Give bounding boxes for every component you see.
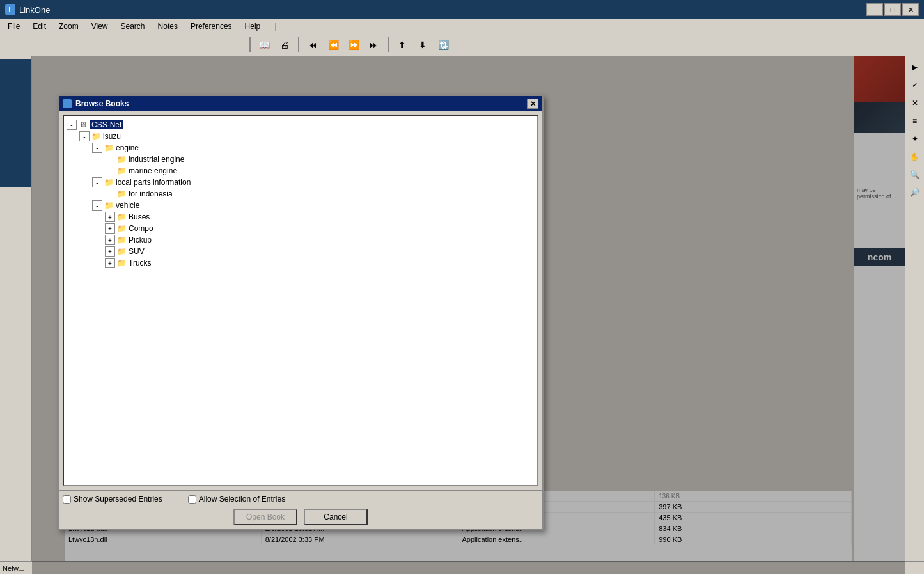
- suv-icon: 📁: [116, 247, 127, 256]
- toolbar-first-btn[interactable]: ⏮: [303, 36, 322, 54]
- suv-expander[interactable]: +: [105, 246, 115, 257]
- tree-node-local-parts[interactable]: - 📁 local parts information: [67, 177, 535, 188]
- tree-node-suv[interactable]: + 📁 SUV: [67, 246, 535, 257]
- trucks-label: Trucks: [129, 259, 152, 267]
- menu-view[interactable]: View: [86, 20, 113, 32]
- toolbar-sep-1: [249, 37, 251, 52]
- dialog-close-btn[interactable]: ✕: [527, 99, 538, 109]
- cancel-button[interactable]: Cancel: [304, 509, 368, 525]
- toolbar-up-btn[interactable]: ⬆: [393, 36, 412, 54]
- dialog-checkboxes: Show Superseded Entries Allow Selection …: [63, 495, 538, 504]
- trucks-icon: 📁: [116, 259, 127, 267]
- cssnet-label: CSS-Net: [90, 120, 123, 129]
- indonesia-expander: [105, 189, 115, 199]
- tree-node-indonesia[interactable]: 📁 for indonesia: [67, 188, 535, 200]
- toolbar-next-btn[interactable]: ⏩: [344, 36, 363, 54]
- dialog-body: - 🖥 CSS-Net - 📁 isuzu -: [59, 111, 542, 490]
- tree-node-buses[interactable]: + 📁 Buses: [67, 211, 535, 223]
- maximize-btn[interactable]: □: [884, 3, 901, 16]
- title-bar: L LinkOne ─ □ ✕: [0, 0, 924, 19]
- right-list-btn[interactable]: ≡: [907, 113, 923, 129]
- dialog-icon: [63, 99, 72, 108]
- right-zoom-btn[interactable]: 🔎: [907, 184, 923, 201]
- tree-node-cssnet[interactable]: - 🖥 CSS-Net: [67, 119, 535, 131]
- local-parts-label: local parts information: [116, 178, 191, 187]
- main-content: ltfil13n.DLL 8/21/2002 3:26 PM Applicati…: [0, 56, 924, 574]
- menu-preferences[interactable]: Preferences: [185, 20, 237, 32]
- allow-selection-checkbox[interactable]: [188, 495, 196, 504]
- suv-label: SUV: [129, 247, 145, 256]
- toolbar-last-btn[interactable]: ⏭: [364, 36, 384, 54]
- dialog-footer: Show Superseded Entries Allow Selection …: [59, 490, 542, 529]
- show-superseded-checkbox-item[interactable]: Show Superseded Entries: [63, 495, 162, 504]
- tree-node-compo[interactable]: + 📁 Compo: [67, 223, 535, 234]
- toolbar-prev-btn[interactable]: ⏪: [324, 36, 343, 54]
- pickup-icon: 📁: [116, 235, 127, 244]
- title-bar-left: L LinkOne: [5, 4, 50, 15]
- toolbar-refresh-btn[interactable]: 🔃: [434, 36, 453, 54]
- right-check-btn[interactable]: ✓: [907, 77, 923, 93]
- menu-search[interactable]: Search: [116, 20, 150, 32]
- tree-container[interactable]: - 🖥 CSS-Net - 📁 isuzu -: [63, 115, 538, 486]
- cssnet-expander[interactable]: -: [67, 120, 77, 130]
- trucks-expander[interactable]: +: [105, 258, 115, 268]
- right-play-btn[interactable]: ▶: [907, 59, 923, 76]
- vehicle-icon: 📁: [104, 201, 114, 210]
- open-book-button[interactable]: Open Book: [233, 509, 297, 525]
- tree-node-engine[interactable]: - 📁 engine: [67, 142, 535, 154]
- local-parts-expander[interactable]: -: [92, 177, 102, 187]
- allow-selection-label: Allow Selection of Entries: [199, 495, 285, 504]
- vehicle-expander[interactable]: -: [92, 200, 102, 211]
- buses-label: Buses: [129, 212, 150, 221]
- right-hand-btn[interactable]: ✋: [907, 148, 923, 165]
- engine-label: engine: [116, 143, 139, 152]
- industrial-engine-label: industrial engine: [129, 155, 184, 164]
- compo-icon: 📁: [116, 224, 127, 233]
- tree-node-isuzu[interactable]: - 📁 isuzu: [67, 131, 535, 142]
- toolbar-book-btn[interactable]: 📖: [254, 36, 274, 54]
- dialog-title-left: Browse Books: [63, 99, 129, 108]
- right-x-btn[interactable]: ✕: [907, 95, 923, 111]
- minimize-btn[interactable]: ─: [866, 3, 883, 16]
- browse-books-dialog: Browse Books ✕ - 🖥 CSS-Net: [58, 95, 544, 530]
- close-btn[interactable]: ✕: [902, 3, 919, 16]
- menu-help[interactable]: Help: [240, 20, 266, 32]
- toolbar-down-btn[interactable]: ⬇: [413, 36, 432, 54]
- modal-overlay: Browse Books ✕ - 🖥 CSS-Net: [32, 56, 905, 574]
- pickup-expander[interactable]: +: [105, 235, 115, 245]
- marine-engine-label: marine engine: [129, 166, 177, 175]
- dialog-titlebar: Browse Books ✕: [59, 96, 542, 111]
- allow-selection-checkbox-item[interactable]: Allow Selection of Entries: [188, 495, 285, 504]
- menu-file[interactable]: File: [3, 20, 25, 32]
- tree-node-marine-engine[interactable]: 📁 marine engine: [67, 165, 535, 177]
- tree-node-pickup[interactable]: + 📁 Pickup: [67, 234, 535, 246]
- indonesia-icon: 📁: [116, 189, 127, 198]
- menu-separator: |: [274, 22, 276, 31]
- right-toolbar: ▶ ✓ ✕ ≡ ✦ ✋ 🔍 🔎: [905, 56, 924, 574]
- tree-node-vehicle[interactable]: - 📁 vehicle: [67, 200, 535, 211]
- toolbar-sep-2: [298, 37, 299, 52]
- right-search-btn[interactable]: 🔍: [907, 166, 923, 183]
- menu-zoom[interactable]: Zoom: [54, 20, 84, 32]
- cssnet-computer-icon: 🖥: [78, 120, 88, 129]
- title-bar-controls: ─ □ ✕: [866, 3, 919, 16]
- industrial-engine-icon: 📁: [116, 155, 127, 164]
- isuzu-expander[interactable]: -: [79, 131, 90, 141]
- isuzu-folder-icon: 📁: [91, 132, 101, 141]
- app-title: LinkOne: [19, 5, 50, 15]
- right-star-btn[interactable]: ✦: [907, 131, 923, 147]
- local-parts-icon: 📁: [104, 178, 114, 187]
- menu-edit[interactable]: Edit: [27, 20, 51, 32]
- menu-notes[interactable]: Notes: [153, 20, 183, 32]
- compo-expander[interactable]: +: [105, 223, 115, 234]
- buses-expander[interactable]: +: [105, 212, 115, 222]
- tree-node-trucks[interactable]: + 📁 Trucks: [67, 257, 535, 269]
- left-panel: [0, 56, 32, 574]
- engine-expander[interactable]: -: [92, 143, 102, 153]
- tree-node-industrial-engine[interactable]: 📁 industrial engine: [67, 154, 535, 165]
- toolbar: 📖 🖨 ⏮ ⏪ ⏩ ⏭ ⬆ ⬇ 🔃: [0, 33, 924, 56]
- show-superseded-checkbox[interactable]: [63, 495, 71, 504]
- indonesia-label: for indonesia: [129, 189, 173, 198]
- toolbar-print-btn[interactable]: 🖨: [275, 36, 294, 54]
- network-label: Netw...: [3, 564, 24, 572]
